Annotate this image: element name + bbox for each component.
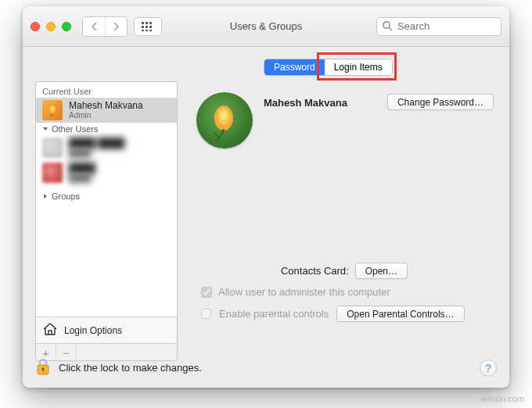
detail-user-name: Mahesh Makvana [264,97,347,109]
avatar-thumb [42,100,63,120]
login-options-row[interactable]: Login Options [36,317,177,343]
users-sidebar: Current User Mahesh Makvana Admin [35,81,178,361]
svg-rect-2 [149,22,152,24]
avatar-thumb [42,163,63,183]
login-options-label: Login Options [64,325,122,336]
sidebar-other-user-2[interactable]: ████ ████ [36,160,177,185]
sidebar-current-user[interactable]: Mahesh Makvana Admin [36,98,177,123]
other-users-label: Other Users [52,124,98,134]
groups-label: Groups [52,191,80,201]
chevron-right-icon [113,22,120,31]
svg-rect-7 [146,30,148,31]
watermark: wsxdn.com [481,394,524,403]
svg-point-12 [50,106,55,112]
parental-checkbox[interactable] [201,309,211,319]
user-role: ████ [69,174,95,182]
svg-rect-1 [146,22,148,24]
svg-line-10 [389,27,392,30]
groups-disclosure[interactable]: Groups [36,190,177,202]
admin-checkbox-label: Allow user to administer this computer [218,286,390,298]
current-user-label: Current User [36,82,177,98]
sidebar-scroll: Current User Mahesh Makvana Admin [36,82,177,317]
contacts-label: Contacts Card: [281,265,349,277]
toolbar: Users & Groups [23,6,509,47]
controls-lower: Allow user to administer this computer E… [192,286,497,322]
parental-checkbox-label: Enable parental controls [219,308,329,320]
search-wrap [376,17,501,36]
minimize-button[interactable] [46,22,56,31]
triangle-down-icon [42,126,49,132]
admin-checkbox[interactable] [201,287,212,298]
flower-icon [203,99,246,141]
svg-rect-18 [42,369,44,371]
user-name: Mahesh Makvana [69,101,143,111]
user-role: ████ [69,149,124,157]
search-input[interactable] [376,17,501,36]
nav-buttons [82,16,128,37]
forward-button[interactable] [105,17,127,36]
back-button[interactable] [83,17,105,36]
sidebar-other-user-1[interactable]: ████ ████ ████ [36,135,177,160]
tab-login-items[interactable]: Login Items [325,59,392,75]
user-text: ████ ████ ████ [69,138,124,157]
triangle-right-icon [42,193,49,199]
lock-text: Click the lock to make changes. [59,362,202,374]
user-name: ████ [69,163,95,174]
parental-row: Enable parental controls Open Parental C… [192,306,497,322]
detail-pane: Mahesh Makvana Change Password… Contacts… [192,81,497,333]
svg-rect-4 [146,26,148,28]
footer: Click the lock to make changes. ? [35,357,497,378]
lock-icon[interactable] [35,357,51,378]
search-icon [382,20,393,34]
admin-check-row: Allow user to administer this computer [192,286,497,298]
svg-rect-3 [142,26,144,28]
svg-rect-0 [142,22,144,24]
svg-rect-5 [149,26,152,28]
svg-rect-8 [149,30,152,31]
show-all-button[interactable] [134,17,162,36]
window-body: Password Login Items Current User [23,47,509,388]
user-avatar[interactable] [196,92,253,149]
open-contacts-button[interactable]: Open… [355,263,408,279]
svg-point-15 [221,109,228,120]
svg-rect-6 [142,30,144,31]
tab-password[interactable]: Password [264,59,325,75]
user-text: Mahesh Makvana Admin [69,101,143,120]
house-icon [42,322,58,338]
user-role: Admin [69,111,143,120]
zoom-button[interactable] [62,22,71,31]
grid-icon [142,22,154,31]
other-users-disclosure[interactable]: Other Users [36,123,177,135]
avatar-thumb [42,138,63,158]
close-button[interactable] [31,22,40,31]
chevron-left-icon [91,22,98,31]
tab-bar: Password Login Items [264,59,393,76]
user-text: ████ ████ [69,163,95,182]
flower-icon [45,103,59,117]
svg-point-9 [383,21,390,27]
change-password-wrap: Change Password… [387,94,494,110]
user-name: ████ ████ [69,138,124,149]
help-button[interactable]: ? [480,360,497,377]
change-password-button[interactable]: Change Password… [387,94,494,110]
contacts-row: Contacts Card: Open… [192,263,497,279]
window-controls [31,22,71,31]
open-parental-controls-button[interactable]: Open Parental Controls… [336,306,464,322]
prefs-window: Users & Groups Password Login Items Curr… [23,6,509,388]
